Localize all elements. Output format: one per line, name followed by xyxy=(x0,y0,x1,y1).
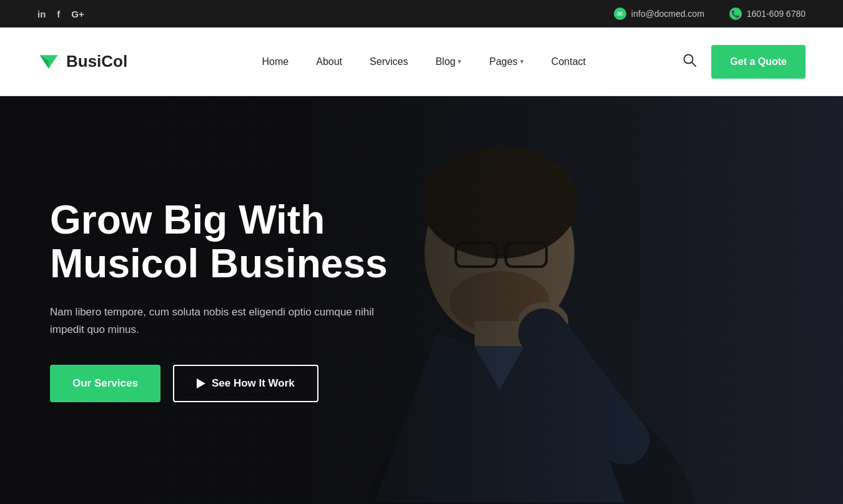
nav-actions: Get a Quote xyxy=(683,45,806,79)
nav-services[interactable]: Services xyxy=(356,27,422,96)
navbar: BusiCol Home About Services Blog ▾ Pages… xyxy=(0,27,843,96)
hero-content: Grow Big With Musicol Business Nam liber… xyxy=(0,96,843,504)
hero-subtitle: Nam libero tempore, cum soluta nobis est… xyxy=(50,304,375,338)
how-it-works-button[interactable]: See How It Work xyxy=(173,365,318,402)
email-text: info@docmed.com xyxy=(631,9,704,19)
top-bar: in f G+ ✉ info@docmed.com 📞 1601-609 678… xyxy=(0,0,843,27)
hero-section: Grow Big With Musicol Business Nam liber… xyxy=(0,96,843,504)
our-services-button[interactable]: Our Services xyxy=(50,365,160,402)
nav-menu: Home About Services Blog ▾ Pages ▾ Conta… xyxy=(165,27,683,96)
blog-dropdown-arrow: ▾ xyxy=(458,57,461,66)
logo-text: BusiCol xyxy=(66,52,127,71)
how-it-works-label: See How It Work xyxy=(212,377,295,390)
phone-icon: 📞 xyxy=(729,7,742,20)
logo[interactable]: BusiCol xyxy=(37,51,127,73)
pages-dropdown-arrow: ▾ xyxy=(520,57,524,66)
get-a-quote-button[interactable]: Get a Quote xyxy=(711,45,806,79)
googleplus-icon[interactable]: G+ xyxy=(71,9,84,19)
hero-buttons: Our Services See How It Work xyxy=(50,365,793,402)
hero-title: Grow Big With Musicol Business xyxy=(50,198,425,286)
social-links: in f G+ xyxy=(37,9,84,19)
linkedin-icon[interactable]: in xyxy=(37,9,46,19)
nav-about[interactable]: About xyxy=(302,27,356,96)
email-contact: ✉ info@docmed.com xyxy=(614,7,704,20)
nav-blog[interactable]: Blog ▾ xyxy=(422,27,475,96)
nav-contact[interactable]: Contact xyxy=(538,27,599,96)
phone-contact: 📞 1601-609 6780 xyxy=(729,7,806,20)
logo-icon xyxy=(37,51,60,73)
nav-home[interactable]: Home xyxy=(249,27,303,96)
facebook-icon[interactable]: f xyxy=(57,9,60,19)
search-icon[interactable] xyxy=(683,53,696,70)
play-icon xyxy=(197,378,205,388)
svg-line-3 xyxy=(692,62,696,66)
email-icon: ✉ xyxy=(614,7,626,20)
nav-pages[interactable]: Pages ▾ xyxy=(475,27,537,96)
phone-text: 1601-609 6780 xyxy=(747,9,806,19)
